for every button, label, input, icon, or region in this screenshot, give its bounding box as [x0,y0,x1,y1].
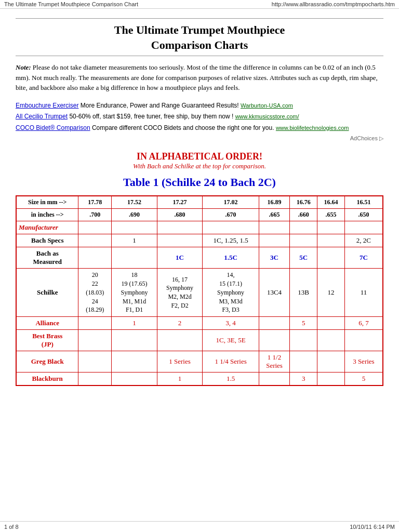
ad-link-2[interactable]: All Cecilio Trumpet [16,113,68,120]
browser-title: The Ultimate Trumpet Mouthpiece Comparis… [4,1,138,7]
schilke-c3: 16, 17SymphonyM2, M2dF2, D2 [157,269,203,317]
col-mm-4: 17.02 [203,196,259,209]
alliance-c3: 2 [157,317,203,330]
bach-meas-c6: 5C [290,247,317,269]
footer-page-info: 1 of 8 [4,524,19,530]
col-mm-7: 16.64 [317,196,345,209]
bach-specs-c3 [157,234,203,247]
ad-site-2[interactable]: www.kkmusicsstore.com/ [235,113,299,119]
page-title: The Ultimate Trumpet MouthpieceCompariso… [16,23,383,52]
ad-desc-3: Compare different COCO Bidets and choose… [92,124,276,131]
bach-meas-c3: 1C [157,247,203,269]
gregblack-c1 [78,351,112,373]
bestbrass-c5 [259,330,289,351]
bach-measured-label: Bach asMeasured [16,247,78,269]
ad-desc-2: 50-60% off, start $159, free tuner, free… [69,113,235,120]
col-in-3: .680 [157,209,203,221]
header-row-in: in inches --> .700 .690 .680 .670 .665 .… [16,209,383,221]
alliance-c5 [259,317,289,330]
blackburn-c3: 1 [157,373,203,386]
gregblack-label: Greg Black [16,351,78,373]
bestbrass-c7 [317,330,345,351]
bestbrass-c2 [112,330,157,351]
bestbrass-c6 [290,330,317,351]
bestbrass-row: Best Brass(JP) 1C, 3E, 5E [16,330,383,351]
blackburn-c1 [78,373,112,386]
blackburn-c2 [112,373,157,386]
alliance-c1 [78,317,112,330]
bach-specs-label: Bach Specs [16,234,78,247]
ad-link-3[interactable]: COCO Bidet® Comparison [16,124,90,131]
col-label-mm: Size in mm --> [16,196,78,209]
ad-link-1[interactable]: Embouchure Exerciser [16,102,78,109]
bach-meas-c8: 7C [344,247,383,269]
blackburn-c7 [317,373,345,386]
bach-meas-c7 [317,247,345,269]
col-mm-5: 16.89 [259,196,289,209]
bestbrass-c1 [78,330,112,351]
schilke-c5: 13C4 [259,269,289,317]
manufacturer-row: Manufacturer [16,221,383,234]
bestbrass-c4: 1C, 3E, 5E [203,330,259,351]
schilke-c6: 13B [290,269,317,317]
blackburn-c5 [259,373,289,386]
bach-specs-c6 [290,234,317,247]
ad-item-3: COCO Bidet® Comparison Compare different… [16,123,383,134]
header-row-mm: Size in mm --> 17.78 17.52 17.27 17.02 1… [16,196,383,209]
browser-url: http://www.allbrassradio.com/tmptmpochar… [272,1,395,7]
blackburn-label: Blackburn [16,373,78,386]
alliance-c4: 3, 4 [203,317,259,330]
ad-desc-1: More Endurance, Power and Range Guarante… [81,102,241,109]
alphabetical-subtitle: With Bach and Schilke at the top for com… [16,162,383,170]
col-in-6: .660 [290,209,317,221]
mfr-c8 [344,221,383,234]
alliance-row: Alliance 1 2 3, 4 5 6, 7 [16,317,383,330]
blackburn-c6: 3 [290,373,317,386]
ad-item-1: Embouchure Exerciser More Endurance, Pow… [16,100,383,112]
mfr-c2 [112,221,157,234]
bottom-rule [16,56,383,56]
gregblack-row: Greg Black 1 Series 1 1/4 Series 1 1/2Se… [16,351,383,373]
schilke-c8: 11 [344,269,383,317]
gregblack-c7 [317,351,345,373]
ad-item-2: All Cecilio Trumpet 50-60% off, start $1… [16,111,383,123]
blackburn-row: Blackburn 1 1.5 3 5 [16,373,383,386]
col-mm-8: 16.51 [344,196,383,209]
ad-site-3[interactable]: www.biolifetechnologies.com [276,125,349,131]
schilke-c2: 1819 (17.65)SymphonyM1, M1dF1, D1 [112,269,157,317]
ad-section: Embouchure Exerciser More Endurance, Pow… [16,100,383,144]
alliance-c6: 5 [290,317,317,330]
bach-meas-c1 [78,247,112,269]
bach-meas-c5: 3C [259,247,289,269]
bach-specs-c1 [78,234,112,247]
alliance-c2: 1 [112,317,157,330]
col-mm-2: 17.52 [112,196,157,209]
gregblack-c2 [112,351,157,373]
bach-specs-c4: 1C, 1.25, 1.5 [203,234,259,247]
schilke-c7: 12 [317,269,345,317]
gregblack-c8: 3 Series [344,351,383,373]
col-mm-3: 17.27 [157,196,203,209]
mfr-c7 [317,221,345,234]
schilke-label: Schilke [16,269,78,317]
col-in-4: .670 [203,209,259,221]
schilke-row: Schilke 2022(18.03)24(18.29) 1819 (17.65… [16,269,383,317]
bach-meas-c4: 1.5C [203,247,259,269]
col-label-in: in inches --> [16,209,78,221]
col-in-1: .700 [78,209,112,221]
gregblack-c5: 1 1/2Series [259,351,289,373]
bestbrass-label: Best Brass(JP) [16,330,78,351]
alphabetical-heading: IN ALPHABETICAL ORDER! [16,151,383,162]
gregblack-c3: 1 Series [157,351,203,373]
bach-measured-row: Bach asMeasured 1C 1.5C 3C 5C 7C [16,247,383,269]
bach-specs-row: Bach Specs 1 1C, 1.25, 1.5 2, 2C [16,234,383,247]
bach-meas-c2 [112,247,157,269]
top-rule [16,18,383,19]
ad-choices: AdChoices ▷ [16,134,383,144]
bach-specs-c5 [259,234,289,247]
col-in-7: .655 [317,209,345,221]
manufacturer-label: Manufacturer [16,221,78,234]
alliance-c8: 6, 7 [344,317,383,330]
ad-site-1[interactable]: Warburton-USA.com [241,102,293,109]
col-in-2: .690 [112,209,157,221]
